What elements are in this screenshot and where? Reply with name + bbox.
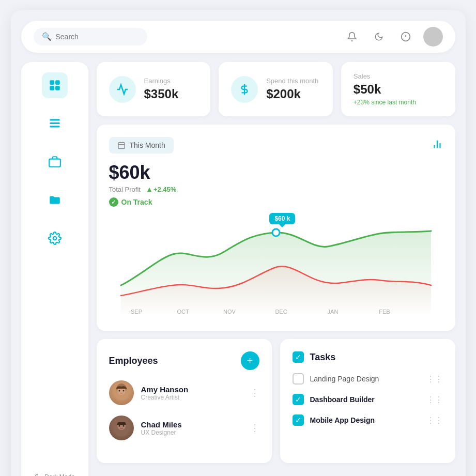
earnings-label: Earnings bbox=[144, 77, 179, 85]
chart-svg-wrap: $60 k bbox=[109, 213, 443, 318]
app-container: 🔍 bbox=[11, 10, 466, 476]
svg-marker-20 bbox=[147, 187, 151, 191]
svg-rect-10 bbox=[49, 159, 60, 167]
svg-point-38 bbox=[122, 425, 124, 427]
top-bar: 🔍 bbox=[21, 21, 455, 53]
task-drag-dashboard[interactable]: ⋮⋮ bbox=[426, 395, 443, 405]
amy-avatar-svg bbox=[109, 380, 134, 405]
profit-sub: Total Profit +2.45% bbox=[109, 186, 443, 193]
sidebar-item-list[interactable] bbox=[42, 111, 68, 136]
spend-value: $200k bbox=[266, 87, 318, 101]
notification-icon[interactable] bbox=[343, 27, 361, 46]
dark-mode-icon[interactable] bbox=[370, 27, 388, 46]
search-box[interactable]: 🔍 bbox=[34, 28, 147, 45]
svg-rect-6 bbox=[55, 86, 60, 90]
svg-text:OCT: OCT bbox=[177, 309, 189, 315]
task-drag-mobile[interactable]: ⋮⋮ bbox=[426, 416, 443, 425]
profit-label: Total Profit bbox=[109, 186, 141, 193]
svg-rect-5 bbox=[50, 86, 54, 90]
search-input[interactable] bbox=[56, 33, 146, 41]
task-check-dashboard[interactable]: ✓ bbox=[293, 394, 304, 405]
earnings-card: Earnings $350k bbox=[97, 62, 211, 116]
sidebar-item-briefcase[interactable] bbox=[42, 149, 68, 175]
employees-header: Employees + bbox=[109, 351, 259, 370]
user-avatar[interactable] bbox=[423, 27, 443, 47]
employee-amy: Amy Hanson Creative Artist ⋮ bbox=[109, 380, 259, 405]
amy-more-button[interactable]: ⋮ bbox=[250, 387, 259, 398]
sales-label: Sales bbox=[354, 72, 416, 80]
task-dashboard: ✓ Dashboard Builder ⋮⋮ bbox=[293, 394, 443, 405]
search-icon: 🔍 bbox=[42, 32, 52, 41]
dark-mode-toggle[interactable]: Dark Mode bbox=[34, 473, 75, 476]
sales-value: $50k bbox=[354, 82, 416, 97]
tasks-title-icon: ✓ bbox=[293, 351, 304, 363]
svg-text:JAN: JAN bbox=[327, 309, 338, 315]
on-track-label: On Track bbox=[121, 198, 152, 206]
sidebar-item-grid[interactable] bbox=[42, 72, 68, 98]
earnings-info: Earnings $350k bbox=[144, 77, 179, 101]
svg-rect-9 bbox=[50, 126, 60, 127]
profit-value: $60k bbox=[109, 162, 443, 183]
sales-card: Sales $50k +23% since last month bbox=[341, 62, 455, 116]
svg-text:NOV: NOV bbox=[223, 309, 236, 315]
amy-avatar bbox=[109, 380, 134, 405]
spend-card: Spend this month $200k bbox=[219, 62, 333, 116]
svg-rect-4 bbox=[55, 80, 60, 85]
chad-role: UX Designer bbox=[141, 429, 182, 436]
chad-avatar bbox=[109, 416, 134, 440]
task-drag-landing[interactable]: ⋮⋮ bbox=[426, 374, 443, 384]
task-check-landing[interactable] bbox=[293, 373, 304, 385]
on-track-status: ✓ On Track bbox=[109, 197, 443, 207]
amy-name: Amy Hanson bbox=[141, 385, 189, 394]
task-label-mobile: Mobile App Design bbox=[310, 416, 420, 424]
chad-name: Chad Miles bbox=[141, 420, 182, 429]
profit-growth: +2.45% bbox=[153, 186, 176, 193]
svg-point-32 bbox=[118, 390, 120, 392]
sidebar-item-settings[interactable] bbox=[42, 225, 68, 251]
top-bar-icons bbox=[343, 27, 443, 47]
svg-rect-3 bbox=[50, 80, 54, 85]
chad-info: Chad Miles UX Designer bbox=[141, 420, 182, 436]
chad-more-button[interactable]: ⋮ bbox=[250, 422, 259, 434]
earnings-value: $350k bbox=[144, 87, 179, 101]
task-label-landing: Landing Page Design bbox=[310, 375, 420, 383]
svg-text:SEP: SEP bbox=[130, 309, 142, 315]
svg-point-11 bbox=[53, 237, 56, 240]
task-landing-page: Landing Page Design ⋮⋮ bbox=[293, 373, 443, 385]
svg-rect-7 bbox=[50, 119, 60, 120]
sidebar-item-folder[interactable] bbox=[42, 187, 68, 213]
tasks-card: ✓ Tasks Landing Page Design ⋮⋮ ✓ Dashboa… bbox=[280, 339, 455, 463]
task-check-mobile[interactable]: ✓ bbox=[293, 414, 304, 426]
this-month-button[interactable]: This Month bbox=[109, 137, 174, 153]
tasks-header: ✓ Tasks bbox=[293, 351, 443, 363]
info-icon[interactable] bbox=[396, 27, 415, 46]
stats-row: Earnings $350k Spend this month $200k bbox=[97, 62, 455, 116]
tasks-title: Tasks bbox=[310, 352, 336, 363]
dark-mode-label-text: Dark Mode bbox=[44, 473, 75, 476]
spend-info: Spend this month $200k bbox=[266, 77, 318, 101]
svg-text:DEC: DEC bbox=[275, 309, 287, 315]
amy-role: Creative Artist bbox=[141, 394, 189, 401]
svg-point-37 bbox=[118, 425, 120, 427]
sidebar: Dark Mode bbox=[21, 62, 88, 476]
add-employee-button[interactable]: + bbox=[241, 351, 259, 370]
bottom-row: Employees + bbox=[97, 339, 455, 463]
task-label-dashboard: Dashboard Builder bbox=[310, 395, 420, 404]
brand-footer: KEYIDEAS agility·ingenuity·reliability bbox=[97, 471, 455, 476]
chart-info: $60k Total Profit +2.45% ✓ On Track bbox=[109, 162, 443, 207]
svg-rect-13 bbox=[118, 143, 125, 149]
chad-avatar-svg bbox=[109, 416, 134, 440]
spend-label: Spend this month bbox=[266, 77, 318, 85]
chart-card: This Month $60k Total Profit +2.45% bbox=[97, 125, 455, 331]
earnings-icon bbox=[109, 76, 136, 103]
svg-text:FEB: FEB bbox=[379, 309, 390, 315]
task-mobile: ✓ Mobile App Design ⋮⋮ bbox=[293, 414, 443, 426]
chart-header: This Month bbox=[109, 137, 443, 153]
content-area: Earnings $350k Spend this month $200k bbox=[97, 62, 455, 476]
line-chart: SEP OCT NOV DEC JAN FEB bbox=[109, 213, 443, 316]
svg-rect-8 bbox=[50, 122, 60, 124]
on-track-dot: ✓ bbox=[109, 197, 118, 207]
employee-chad: Chad Miles UX Designer ⋮ bbox=[109, 416, 259, 440]
main-layout: Dark Mode Earnings $350k bbox=[21, 62, 455, 476]
svg-point-33 bbox=[122, 390, 124, 392]
